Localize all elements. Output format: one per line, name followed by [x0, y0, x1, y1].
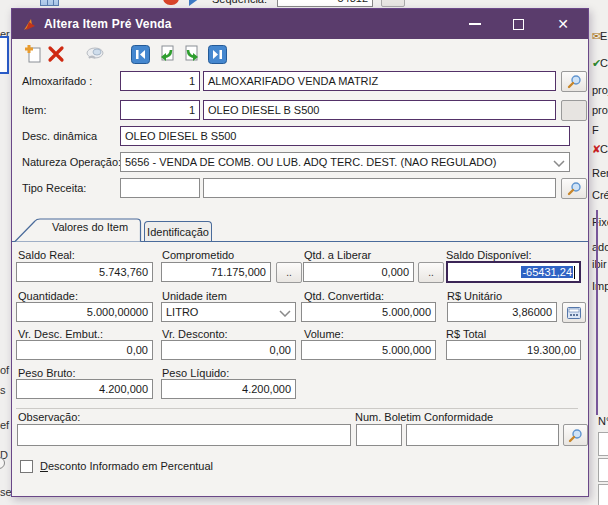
- vr-desconto-label: Vr. Desconto:: [162, 328, 228, 340]
- item-lookup-button-disabled: [561, 100, 587, 121]
- observacao-field[interactable]: [17, 424, 351, 446]
- volume-label: Volume:: [304, 328, 344, 340]
- rs-total-value: 19.300,00: [527, 344, 576, 356]
- dialog-titlebar[interactable]: Altera Item Pré Venda: [12, 9, 588, 39]
- last-record-icon: [208, 45, 227, 64]
- maximize-button[interactable]: [504, 9, 532, 39]
- section-divider: [16, 408, 578, 409]
- comprometido-value: 71.175,000: [211, 266, 266, 278]
- desconto-percentual-checkbox[interactable]: [20, 460, 33, 473]
- background-panel-border: [596, 210, 598, 415]
- saldo-real-value: 5.743,760: [99, 266, 148, 278]
- almoxarifado-code-field[interactable]: 1: [120, 71, 200, 91]
- background-button-fragment[interactable]: Créd: [592, 189, 608, 201]
- background-fragment: of: [0, 364, 11, 376]
- item-label: Item:: [22, 100, 46, 120]
- item-name-field[interactable]: OLEO DIESEL B S500: [203, 100, 556, 120]
- save-next-record-button[interactable]: [181, 43, 203, 65]
- first-record-button[interactable]: [129, 43, 151, 65]
- item-code-value: 1: [189, 104, 195, 116]
- qtd-a-liberar-value: 0,000: [381, 266, 409, 278]
- search-icon[interactable]: [381, 0, 405, 7]
- boletim-name-field[interactable]: [406, 424, 559, 446]
- background-button-fragment[interactable]: ✘Ca: [592, 143, 608, 156]
- background-button-fragment[interactable]: ✔Co: [592, 57, 608, 70]
- tipo-receita-name-field[interactable]: [203, 178, 556, 198]
- unitario-calculator-button[interactable]: [562, 302, 586, 323]
- magnifier-icon: [567, 74, 582, 89]
- qtd-a-liberar-more-button[interactable]: ..: [418, 262, 444, 283]
- background-fragment: se: [0, 486, 11, 498]
- comprometido-field[interactable]: 71.175,000: [161, 262, 271, 282]
- background-button-fragment[interactable]: prov: [592, 104, 608, 116]
- rs-unitario-field[interactable]: 3,86000: [447, 302, 557, 322]
- tab-valores-do-item[interactable]: Valores do Item: [40, 221, 140, 233]
- boletim-lookup-button[interactable]: [563, 424, 588, 446]
- close-button[interactable]: ✕: [549, 9, 577, 39]
- item-name-value: OLEO DIESEL B S500: [208, 104, 319, 116]
- item-code-field[interactable]: 1: [120, 100, 200, 120]
- background-button-fragment[interactable]: ✉E: [592, 30, 607, 43]
- boletim-label: Num. Boletim Conformidade: [355, 411, 493, 423]
- peso-liquido-field[interactable]: 4.200,000: [161, 379, 296, 399]
- app-logo-icon: [22, 17, 37, 32]
- save-prior-record-icon: [157, 44, 177, 64]
- tab-identificacao[interactable]: Identificação: [144, 221, 212, 241]
- almoxarifado-code-value: 1: [189, 75, 195, 87]
- magnifier-icon: [567, 181, 582, 196]
- dialog-title: Altera Item Pré Venda: [44, 9, 172, 39]
- almoxarifado-lookup-button[interactable]: [561, 71, 587, 92]
- rs-total-field[interactable]: 19.300,00: [446, 340, 581, 360]
- close-icon: ✕: [557, 17, 569, 31]
- vr-desconto-field[interactable]: 0,00: [161, 340, 296, 360]
- saldo-disponivel-label: Saldo Disponível:: [446, 249, 532, 261]
- background-button-fragment[interactable]: proj: [592, 84, 608, 96]
- background-fragment: s: [0, 384, 11, 396]
- tipo-receita-code-field[interactable]: [120, 178, 200, 198]
- quantidade-field[interactable]: 5.000,00000: [16, 302, 153, 322]
- delete-record-button[interactable]: [45, 43, 67, 65]
- comprometido-more-button[interactable]: ..: [276, 262, 302, 283]
- background-button-fragment[interactable]: ados: [592, 241, 608, 253]
- vr-desc-embut-value: 0,00: [127, 344, 148, 356]
- tipo-receita-lookup-button[interactable]: [561, 178, 587, 199]
- natureza-operacao-label: Natureza Operação:: [22, 152, 121, 172]
- minimize-button[interactable]: [461, 9, 489, 39]
- desc-dinamica-field[interactable]: OLEO DIESEL B S500: [120, 126, 570, 146]
- eraser-icon: [163, 0, 179, 5]
- new-record-icon: [23, 44, 43, 64]
- volume-field[interactable]: 5.000,000: [301, 340, 436, 360]
- sequencia-field[interactable]: 54812: [277, 0, 373, 7]
- desconto-percentual-label: Desconto Informado em Percentual: [40, 460, 213, 472]
- background-button-fragment[interactable]: ibir: [592, 258, 607, 270]
- vr-desc-embut-field[interactable]: 0,00: [16, 340, 153, 360]
- delete-record-icon: [47, 45, 65, 63]
- background-button-fragment[interactable]: Imp: [592, 280, 608, 292]
- background-fragment: ef: [0, 419, 11, 431]
- natureza-operacao-dropdown[interactable]: 5656 - VENDA DE COMB. OU LUB. ADQ TERC. …: [120, 152, 570, 172]
- new-record-button[interactable]: [22, 43, 44, 65]
- save-next-record-icon: [182, 44, 202, 64]
- almoxarifado-name-field[interactable]: ALMOXARIFADO VENDA MATRIZ: [203, 71, 556, 91]
- background-button-fragment[interactable]: Fixe: [592, 216, 608, 228]
- save-prior-record-button[interactable]: [156, 43, 178, 65]
- qtd-convertida-field[interactable]: 5.000,000: [301, 302, 436, 322]
- stamp-button[interactable]: [84, 43, 106, 65]
- saldo-real-label: Saldo Real:: [18, 249, 75, 261]
- background-grid-cell: [598, 458, 608, 482]
- calculator-icon: [567, 307, 581, 319]
- background-toolbar-strip: Sequência: 54812: [0, 0, 608, 8]
- last-record-button[interactable]: [206, 43, 228, 65]
- qtd-a-liberar-field[interactable]: 0,000: [303, 262, 414, 282]
- boletim-code-field[interactable]: [356, 424, 402, 446]
- background-button-fragment[interactable]: F: [592, 124, 599, 136]
- desc-dinamica-value: OLEO DIESEL B S500: [125, 130, 236, 142]
- saldo-real-field[interactable]: 5.743,760: [16, 262, 153, 282]
- unidade-item-label: Unidade item: [162, 290, 227, 302]
- background-button-fragment[interactable]: Rent: [592, 167, 608, 179]
- unidade-item-dropdown[interactable]: LITRO: [161, 302, 296, 322]
- peso-bruto-field[interactable]: 4.200,000: [16, 379, 153, 399]
- background-right-panel: ✉E ✔Co proj prov F ✘Ca Rent Créd Fixe ad…: [589, 0, 608, 505]
- saldo-disponivel-field[interactable]: -65431,24: [446, 261, 581, 283]
- tipo-receita-label: Tipo Receita:: [22, 178, 86, 198]
